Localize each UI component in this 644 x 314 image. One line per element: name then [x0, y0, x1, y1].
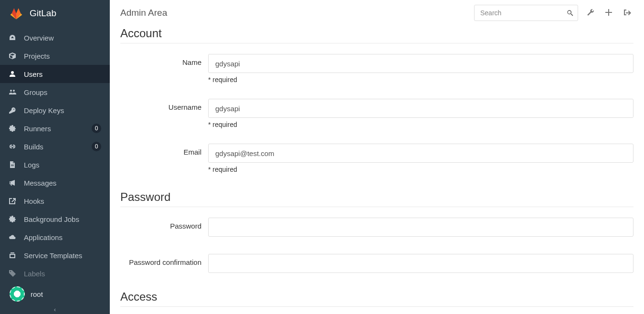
gear-icon [9, 125, 16, 132]
email-hint: * required [208, 166, 633, 173]
content: Account Name * required Username * requi… [110, 25, 644, 314]
sidebar-item-label: Groups [24, 88, 101, 96]
wrench-icon [587, 9, 594, 16]
sidebar-item-label: Labels [24, 270, 101, 278]
divider [120, 306, 633, 307]
sidebar-item-logs[interactable]: Logs [0, 156, 110, 174]
topbar: Admin Area [110, 0, 644, 25]
password-input[interactable] [208, 218, 633, 237]
user-icon [9, 70, 16, 78]
sidebar-item-label: Hooks [24, 197, 101, 205]
sidebar-item-deploy-keys[interactable]: Deploy Keys [0, 101, 110, 119]
name-hint: * required [208, 76, 633, 84]
sidebar-item-groups[interactable]: Groups [0, 83, 110, 101]
search-input[interactable] [474, 5, 578, 21]
dashboard-icon [9, 34, 16, 42]
brand[interactable]: GitLab [0, 0, 110, 29]
password-confirmation-label: Password confirmation [120, 254, 208, 266]
sidebar-item-builds[interactable]: Builds 0 [0, 137, 110, 156]
email-label: Email [120, 144, 208, 156]
sidebar-item-label: Overview [24, 34, 101, 42]
username-hint: * required [208, 121, 633, 128]
row-email: Email * required [120, 144, 633, 184]
section-title-account: Account [120, 27, 633, 40]
copy-icon [9, 251, 16, 259]
email-input[interactable] [208, 144, 633, 163]
sidebar-item-projects[interactable]: Projects [0, 47, 110, 65]
cogs-icon [9, 215, 16, 223]
admin-settings-icon[interactable] [585, 7, 596, 20]
sidebar-item-overview[interactable]: Overview [0, 29, 110, 47]
cloud-icon [9, 233, 16, 241]
page-title: Admin Area [120, 8, 167, 18]
sign-out-icon[interactable] [621, 7, 633, 20]
sidebar-item-label: Builds [24, 143, 92, 151]
count-badge: 0 [92, 124, 101, 133]
sidebar-item-messages[interactable]: Messages [0, 174, 110, 192]
count-badge: 0 [92, 142, 101, 151]
bullhorn-icon [9, 179, 16, 187]
current-user[interactable]: root [0, 283, 110, 305]
search-wrap [474, 5, 578, 21]
section-title-password: Password [120, 190, 633, 204]
sidebar-nav: Overview Projects Users Groups Deploy Ke… [0, 29, 110, 314]
divider [120, 43, 633, 43]
file-icon [9, 161, 16, 168]
sidebar-item-label: Deploy Keys [24, 106, 101, 115]
collapse-sidebar-icon[interactable]: ‹ [53, 305, 57, 314]
sidebar-item-label: Service Templates [24, 251, 101, 260]
sidebar-item-background-jobs[interactable]: Background Jobs [0, 210, 110, 228]
password-confirmation-input[interactable] [208, 254, 633, 273]
row-password: Password [120, 218, 633, 241]
sidebar-item-label: Background Jobs [24, 215, 101, 223]
current-user-name: root [31, 290, 43, 298]
sidebar-item-hooks[interactable]: Hooks [0, 192, 110, 210]
sidebar-item-label: Projects [24, 52, 101, 60]
new-item-icon[interactable] [603, 7, 614, 20]
row-password-confirmation: Password confirmation [120, 254, 633, 277]
brand-name: GitLab [30, 8, 56, 19]
sidebar-item-label: Users [24, 70, 101, 78]
plus-icon [605, 9, 612, 16]
divider [120, 207, 633, 207]
sidebar: GitLab Overview Projects Users Groups De… [0, 0, 110, 314]
sidebar-item-users[interactable]: Users [0, 65, 110, 83]
sidebar-item-label: Applications [24, 233, 101, 241]
sidebar-item-service-templates[interactable]: Service Templates [0, 246, 110, 264]
sidebar-item-label: Runners [24, 125, 92, 133]
gitlab-logo-icon [10, 7, 23, 20]
main: Admin Area Account Name * required Use [110, 0, 644, 314]
sidebar-item-runners[interactable]: Runners 0 [0, 119, 110, 137]
section-title-access: Access [120, 290, 633, 304]
key-icon [9, 106, 16, 114]
search-icon [567, 10, 573, 16]
link-icon [9, 143, 16, 150]
sidebar-item-label: Logs [24, 161, 101, 169]
name-input[interactable] [208, 54, 633, 73]
row-name: Name * required [120, 54, 633, 94]
name-label: Name [120, 54, 208, 66]
avatar [10, 286, 25, 302]
tags-icon [9, 270, 16, 277]
sidebar-item-label: Messages [24, 179, 101, 187]
username-label: Username [120, 99, 208, 111]
logout-icon [623, 9, 632, 16]
sidebar-item-labels[interactable]: Labels [0, 264, 110, 283]
username-input[interactable] [208, 99, 633, 118]
password-label: Password [120, 218, 208, 230]
sidebar-item-applications[interactable]: Applications [0, 228, 110, 246]
external-link-icon [9, 197, 16, 205]
cube-icon [9, 52, 16, 60]
row-username: Username * required [120, 99, 633, 139]
group-icon [9, 88, 16, 96]
